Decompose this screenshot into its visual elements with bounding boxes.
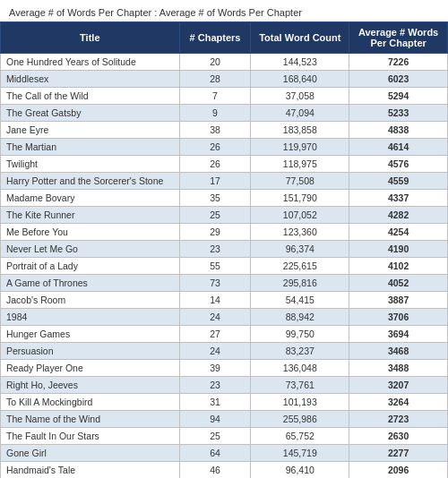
table-cell: The Name of the Wind — [1, 411, 180, 428]
table-cell: 3264 — [349, 394, 448, 411]
table-cell: 96,374 — [251, 241, 349, 258]
table-cell: 3488 — [349, 360, 448, 377]
table-cell: 39 — [179, 360, 251, 377]
table-cell: 5233 — [349, 105, 448, 122]
table-cell: 31 — [179, 394, 251, 411]
table-cell: 183,858 — [251, 122, 349, 139]
table-cell: Jacob's Room — [1, 292, 180, 309]
table-row: One Hundred Years of Solitude20144,52372… — [1, 54, 448, 71]
table-cell: 4614 — [349, 139, 448, 156]
table-cell: 295,816 — [251, 275, 349, 292]
table-cell: 119,970 — [251, 139, 349, 156]
table-cell: 144,523 — [251, 54, 349, 71]
table-cell: 25 — [179, 207, 251, 224]
table-cell: Right Ho, Jeeves — [1, 377, 180, 394]
data-table: Title # Chapters Total Word Count Averag… — [0, 21, 448, 478]
table-row: Handmaid's Tale4696,4102096 — [1, 462, 448, 479]
table-row: Never Let Me Go2396,3744190 — [1, 241, 448, 258]
table-cell: Jane Eyre — [1, 122, 180, 139]
table-cell: 26 — [179, 156, 251, 173]
table-cell: 88,942 — [251, 309, 349, 326]
table-cell: 14 — [179, 292, 251, 309]
table-cell: One Hundred Years of Solitude — [1, 54, 180, 71]
table-cell: Twilight — [1, 156, 180, 173]
table-cell: 26 — [179, 139, 251, 156]
table-row: Ready Player One39136,0483488 — [1, 360, 448, 377]
table-cell: 35 — [179, 190, 251, 207]
table-cell: 3694 — [349, 326, 448, 343]
table-cell: 46 — [179, 462, 251, 479]
table-cell: 24 — [179, 309, 251, 326]
table-cell: The Call of the Wild — [1, 88, 180, 105]
table-cell: 27 — [179, 326, 251, 343]
table-cell: 136,048 — [251, 360, 349, 377]
table-cell: 5294 — [349, 88, 448, 105]
table-cell: 123,360 — [251, 224, 349, 241]
table-cell: 23 — [179, 241, 251, 258]
table-cell: 96,410 — [251, 462, 349, 479]
table-cell: 2630 — [349, 428, 448, 445]
table-cell: 24 — [179, 343, 251, 360]
table-row: The Martian26119,9704614 — [1, 139, 448, 156]
table-row: The Great Gatsby947,0945233 — [1, 105, 448, 122]
table-cell: 2096 — [349, 462, 448, 479]
table-cell: 6023 — [349, 71, 448, 88]
table-cell: 54,415 — [251, 292, 349, 309]
table-cell: 107,052 — [251, 207, 349, 224]
table-cell: Gone Girl — [1, 445, 180, 462]
table-cell: The Martian — [1, 139, 180, 156]
col-title: Title — [1, 22, 180, 54]
chart-title: Average # of Words Per Chapter : Average… — [0, 0, 448, 21]
table-row: Harry Potter and the Sorcerer's Stone177… — [1, 173, 448, 190]
table-cell: 2277 — [349, 445, 448, 462]
table-cell: 20 — [179, 54, 251, 71]
table-cell: Middlesex — [1, 71, 180, 88]
table-cell: Harry Potter and the Sorcerer's Stone — [1, 173, 180, 190]
table-row: Gone Girl64145,7192277 — [1, 445, 448, 462]
table-cell: 37,058 — [251, 88, 349, 105]
table-cell: 9 — [179, 105, 251, 122]
table-cell: 7 — [179, 88, 251, 105]
table-cell: Handmaid's Tale — [1, 462, 180, 479]
table-row: Jane Eyre38183,8584838 — [1, 122, 448, 139]
table-cell: 47,094 — [251, 105, 349, 122]
table-cell: Madame Bovary — [1, 190, 180, 207]
table-cell: 29 — [179, 224, 251, 241]
table-cell: 77,508 — [251, 173, 349, 190]
table-cell: 73,761 — [251, 377, 349, 394]
table-cell: Ready Player One — [1, 360, 180, 377]
table-row: 19842488,9423706 — [1, 309, 448, 326]
table-cell: Portrait of a Lady — [1, 258, 180, 275]
table-row: Hunger Games2799,7503694 — [1, 326, 448, 343]
table-cell: 4102 — [349, 258, 448, 275]
table-row: Right Ho, Jeeves2373,7613207 — [1, 377, 448, 394]
table-cell: 65,752 — [251, 428, 349, 445]
table-cell: 168,640 — [251, 71, 349, 88]
table-cell: 145,719 — [251, 445, 349, 462]
table-cell: 255,986 — [251, 411, 349, 428]
table-cell: 28 — [179, 71, 251, 88]
table-cell: Never Let Me Go — [1, 241, 180, 258]
table-cell: A Game of Thrones — [1, 275, 180, 292]
table-cell: 23 — [179, 377, 251, 394]
table-row: The Call of the Wild737,0585294 — [1, 88, 448, 105]
table-row: Madame Bovary35151,7904337 — [1, 190, 448, 207]
table-cell: 4337 — [349, 190, 448, 207]
table-cell: 225,615 — [251, 258, 349, 275]
table-cell: To Kill A Mockingbird — [1, 394, 180, 411]
table-cell: 4052 — [349, 275, 448, 292]
table-row: Persuasion2483,2373468 — [1, 343, 448, 360]
table-cell: 4838 — [349, 122, 448, 139]
col-avg-words: Average # Words Per Chapter — [349, 22, 448, 54]
table-cell: 73 — [179, 275, 251, 292]
table-cell: 4254 — [349, 224, 448, 241]
table-row: To Kill A Mockingbird31101,1933264 — [1, 394, 448, 411]
table-cell: 3706 — [349, 309, 448, 326]
table-cell: The Kite Runner — [1, 207, 180, 224]
table-cell: 4190 — [349, 241, 448, 258]
table-row: Middlesex28168,6406023 — [1, 71, 448, 88]
table-cell: 99,750 — [251, 326, 349, 343]
table-cell: 3207 — [349, 377, 448, 394]
table-cell: The Fault In Our Stars — [1, 428, 180, 445]
table-cell: 83,237 — [251, 343, 349, 360]
